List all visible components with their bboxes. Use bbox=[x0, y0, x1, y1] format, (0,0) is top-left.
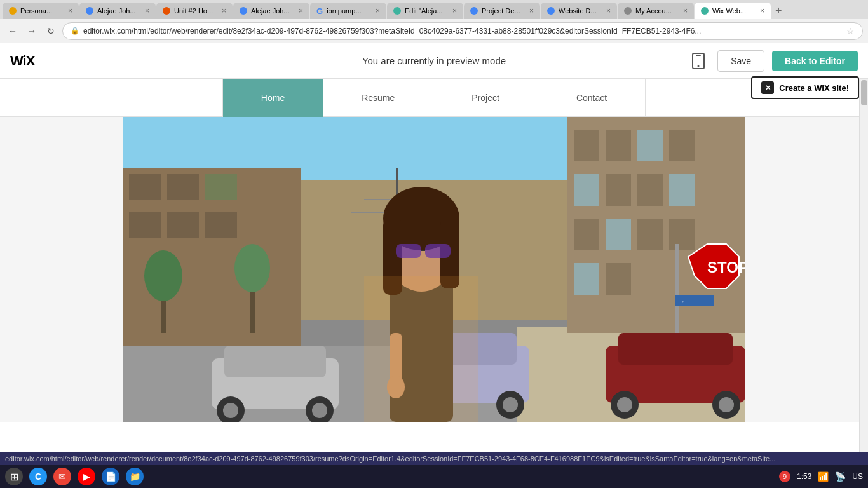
wix-x-icon: ✕ bbox=[761, 81, 774, 94]
tab-label-alejae1: Alejae Joh... bbox=[97, 7, 141, 15]
svg-rect-10 bbox=[167, 174, 199, 200]
taskbar-docs-icon[interactable]: 📄 bbox=[102, 468, 119, 485]
wix-logo: WiX bbox=[10, 53, 34, 69]
tab-website[interactable]: Website D... × bbox=[541, 3, 617, 19]
svg-rect-19 bbox=[669, 130, 695, 161]
tab-favicon-website bbox=[547, 7, 555, 15]
taskbar-gmail-icon[interactable]: ✉ bbox=[53, 468, 71, 485]
svg-rect-55 bbox=[618, 333, 733, 365]
hero-section: STOP → bbox=[0, 117, 868, 422]
tab-myaccount[interactable]: My Accou... × bbox=[618, 3, 694, 19]
svg-point-57 bbox=[617, 397, 632, 412]
browser-tabs: Persona... × Alejae Joh... × Unit #2 Ho.… bbox=[0, 0, 868, 19]
taskbar-locale: US bbox=[852, 472, 863, 481]
tab-label-edit: Edit "Aleja... bbox=[405, 7, 449, 15]
taskbar-left: ⊞ C ✉ ▶ 📄 📁 bbox=[5, 468, 144, 485]
tab-favicon-alejae2 bbox=[240, 7, 247, 15]
svg-rect-37 bbox=[675, 244, 679, 339]
tab-alejae1[interactable]: Alejae Joh... × bbox=[79, 3, 156, 19]
taskbar-wifi-icon: 📡 bbox=[835, 471, 846, 482]
tab-close-project[interactable]: × bbox=[529, 6, 534, 15]
tab-label-myaccount: My Accou... bbox=[635, 7, 679, 15]
svg-text:→: → bbox=[679, 298, 685, 305]
tab-close-alejae1[interactable]: × bbox=[145, 6, 149, 15]
tab-close-wixweb[interactable]: × bbox=[760, 6, 764, 15]
svg-rect-14 bbox=[205, 212, 237, 238]
taskbar-apps-icon[interactable]: ⊞ bbox=[5, 468, 23, 485]
nav-project[interactable]: Project bbox=[433, 79, 538, 117]
tab-close-unit[interactable]: × bbox=[222, 6, 226, 15]
tab-alejae2[interactable]: Alejae Joh... × bbox=[233, 3, 309, 19]
tab-label-wixweb: Wix Web... bbox=[712, 7, 756, 15]
back-to-editor-button[interactable]: Back to Editor bbox=[772, 51, 858, 71]
svg-point-31 bbox=[144, 250, 182, 301]
tab-favicon-project bbox=[470, 7, 478, 15]
new-tab-button[interactable]: + bbox=[771, 4, 786, 18]
scrollbar[interactable] bbox=[859, 79, 868, 469]
drive-icon: 📁 bbox=[130, 471, 140, 482]
svg-rect-27 bbox=[669, 219, 695, 250]
taskbar-youtube-icon[interactable]: ▶ bbox=[78, 468, 95, 485]
nav-contact-label: Contact bbox=[576, 93, 607, 103]
taskbar-chrome-icon[interactable]: C bbox=[29, 468, 47, 485]
mobile-preview-button[interactable] bbox=[687, 50, 710, 72]
nav-project-label: Project bbox=[471, 93, 499, 103]
svg-point-59 bbox=[719, 397, 734, 412]
svg-rect-71 bbox=[364, 276, 478, 422]
tab-label-ion: ion pump... bbox=[327, 7, 372, 15]
nav-contact[interactable]: Contact bbox=[538, 79, 646, 117]
taskbar-network-icon: 📶 bbox=[818, 471, 829, 482]
tab-unit[interactable]: Unit #2 Ho... × bbox=[156, 3, 233, 19]
reload-button[interactable]: ↻ bbox=[43, 24, 58, 39]
svg-rect-12 bbox=[129, 212, 161, 238]
svg-rect-13 bbox=[167, 212, 199, 238]
tab-close-edit[interactable]: × bbox=[452, 6, 457, 15]
forward-button[interactable]: → bbox=[24, 24, 39, 39]
tab-close-myaccount[interactable]: × bbox=[683, 6, 688, 15]
svg-point-45 bbox=[223, 403, 238, 418]
save-button[interactable]: Save bbox=[717, 50, 764, 72]
bookmark-icon[interactable]: ☆ bbox=[846, 26, 855, 36]
back-button[interactable]: ← bbox=[5, 24, 20, 39]
site-nav: Home Resume Project Contact bbox=[0, 79, 868, 117]
lock-icon: 🔒 bbox=[71, 27, 79, 35]
tab-edit[interactable]: Edit "Aleja... × bbox=[387, 3, 463, 19]
tab-wixweb[interactable]: Wix Web... × bbox=[695, 3, 771, 19]
chrome-icon: C bbox=[35, 471, 41, 482]
tab-label-personal: Persona... bbox=[20, 7, 64, 15]
tab-label-unit: Unit #2 Ho... bbox=[174, 7, 218, 15]
svg-rect-18 bbox=[637, 130, 663, 161]
create-wix-label: Create a WiX site! bbox=[779, 83, 849, 93]
svg-point-1 bbox=[698, 65, 700, 67]
status-bar: editor.wix.com/html/editor/web/renderer/… bbox=[0, 452, 868, 465]
editor-bar-right: Save Back to Editor bbox=[687, 50, 858, 72]
hero-svg: STOP → bbox=[123, 117, 745, 422]
tab-favicon-alejae1 bbox=[86, 7, 93, 15]
address-bar[interactable]: 🔒 editor.wix.com/html/editor/web/rendere… bbox=[62, 22, 863, 40]
svg-rect-22 bbox=[637, 174, 663, 206]
taskbar-right: 9 1:53 📶 📡 US bbox=[779, 471, 863, 482]
nav-home[interactable]: Home bbox=[222, 79, 323, 117]
tab-close-website[interactable]: × bbox=[606, 6, 611, 15]
tab-close-ion[interactable]: × bbox=[376, 6, 380, 15]
scrollbar-thumb[interactable] bbox=[861, 80, 867, 105]
tab-close-personal[interactable]: × bbox=[68, 6, 72, 15]
nav-resume-label: Resume bbox=[362, 93, 395, 103]
create-wix-banner[interactable]: ✕ Create a WiX site! bbox=[751, 76, 859, 99]
omnibar: ← → ↻ 🔒 editor.wix.com/html/editor/web/r… bbox=[0, 19, 868, 43]
nav-resume[interactable]: Resume bbox=[323, 79, 433, 117]
svg-rect-24 bbox=[574, 219, 599, 250]
taskbar-drive-icon[interactable]: 📁 bbox=[126, 468, 144, 485]
svg-point-47 bbox=[312, 403, 327, 418]
tab-label-website: Website D... bbox=[559, 7, 602, 15]
url-text: editor.wix.com/html/editor/web/renderer/… bbox=[83, 27, 843, 36]
tab-project[interactable]: Project De... × bbox=[464, 3, 540, 19]
mobile-icon bbox=[691, 53, 705, 69]
preview-mode-text: You are currently in preview mode bbox=[362, 55, 506, 66]
tab-personal[interactable]: Persona... × bbox=[3, 3, 79, 19]
tab-favicon-personal bbox=[9, 7, 17, 15]
tab-ion[interactable]: G ion pump... × bbox=[310, 3, 386, 19]
nav-home-label: Home bbox=[261, 93, 285, 103]
tab-close-alejae2[interactable]: × bbox=[299, 6, 303, 15]
tab-label-alejae2: Alejae Joh... bbox=[251, 7, 295, 15]
